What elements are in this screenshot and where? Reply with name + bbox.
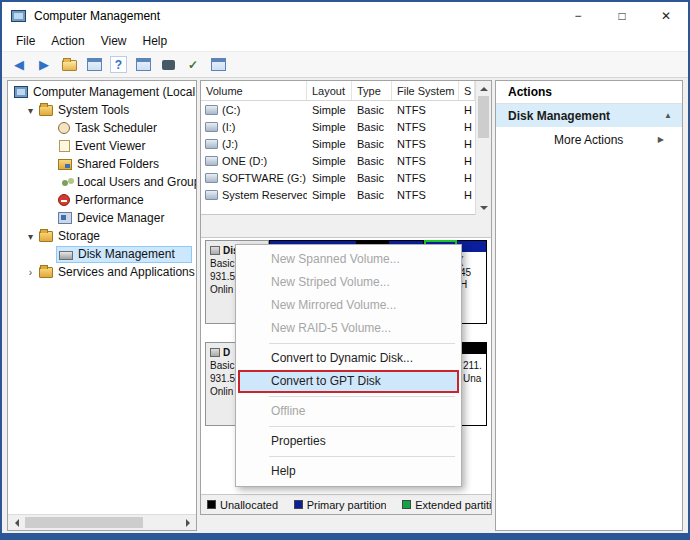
volume-fs: NTFS	[392, 169, 459, 186]
expander-icon[interactable]: ▾	[24, 105, 37, 116]
scroll-down-icon[interactable]	[476, 201, 491, 215]
tree-item-device-manager[interactable]: Device Manager	[8, 209, 196, 227]
volume-name: System Reserved	[222, 189, 307, 201]
volume-fs: NTFS	[392, 186, 459, 203]
scroll-left-icon[interactable]	[8, 515, 24, 530]
back-icon[interactable]: ◀	[10, 56, 28, 74]
properties-window-icon[interactable]	[134, 56, 152, 74]
volume-row[interactable]: (C:) Simple Basic NTFS H	[201, 101, 475, 118]
menu-item-convert-to-gpt-disk[interactable]: Convert to GPT Disk	[238, 370, 459, 393]
computer-management-window: Computer Management − □ ✕ File Action Vi…	[0, 0, 690, 540]
computer-icon	[14, 86, 28, 98]
close-button[interactable]: ✕	[644, 2, 688, 30]
legend-label: Extended partiti	[415, 499, 491, 511]
volume-status: H	[459, 101, 475, 118]
help-icon[interactable]: ?	[110, 56, 127, 73]
console-tree: Computer Management (Local ▾ System Tool…	[8, 83, 196, 514]
volume-layout: Simple	[307, 152, 352, 169]
tree-item-label: Device Manager	[77, 211, 164, 225]
menu-item-convert-to-dynamic-disk[interactable]: Convert to Dynamic Disk...	[236, 347, 461, 370]
tree-item-storage[interactable]: ▾ Storage	[8, 227, 196, 245]
folder-icon	[39, 267, 53, 278]
volume-row[interactable]: (I:) Simple Basic NTFS H	[201, 118, 475, 135]
tree-item-shared-folders[interactable]: Shared Folders	[8, 155, 196, 173]
tree-item-services-and-applications[interactable]: › Services and Applications	[8, 263, 196, 281]
volume-icon	[205, 156, 218, 166]
tree-item-label: Task Scheduler	[75, 121, 157, 135]
horizontal-scrollbar[interactable]	[8, 514, 196, 530]
tree-item-label: Event Viewer	[75, 139, 145, 153]
column-status[interactable]: S	[459, 81, 475, 100]
maximize-button[interactable]: □	[600, 2, 644, 30]
collapse-icon[interactable]: ▲	[664, 111, 672, 120]
partition-legend: Unallocated Primary partition Extended p…	[201, 494, 491, 514]
scrollbar-thumb[interactable]	[478, 96, 489, 138]
export-folder-icon[interactable]	[60, 56, 78, 74]
console-window-icon[interactable]	[85, 56, 103, 74]
volume-name: (J:)	[222, 138, 238, 150]
scroll-up-icon[interactable]	[476, 81, 491, 95]
vertical-scrollbar[interactable]	[475, 81, 491, 215]
volume-type: Basic	[352, 118, 392, 135]
scrollbar-thumb[interactable]	[25, 517, 143, 528]
action-pane-icon[interactable]	[159, 56, 177, 74]
volume-name: ONE (D:)	[222, 155, 267, 167]
menu-separator	[269, 343, 455, 344]
legend-label: Primary partition	[307, 499, 386, 511]
menu-file[interactable]: File	[8, 32, 43, 50]
menu-view[interactable]: View	[93, 32, 135, 50]
volume-type: Basic	[352, 101, 392, 118]
menu-separator	[269, 396, 455, 397]
column-type[interactable]: Type	[352, 81, 392, 100]
performance-icon	[58, 194, 70, 206]
actions-section-disk-management[interactable]: Disk Management ▲	[496, 104, 682, 127]
menu-separator	[269, 426, 455, 427]
expander-icon[interactable]: ›	[24, 267, 37, 278]
partition-text: (	[460, 255, 486, 267]
menu-help[interactable]: Help	[135, 32, 176, 50]
partition-text: 45	[460, 267, 486, 279]
menu-item-properties[interactable]: Properties	[236, 430, 461, 453]
disk-icon	[210, 246, 220, 255]
forward-icon[interactable]: ▶	[35, 56, 53, 74]
volume-fs: NTFS	[392, 101, 459, 118]
column-layout[interactable]: Layout	[307, 81, 352, 100]
menu-item-help[interactable]: Help	[236, 460, 461, 483]
scroll-right-icon[interactable]	[180, 515, 196, 530]
menu-action[interactable]: Action	[43, 32, 92, 50]
column-volume[interactable]: Volume	[201, 81, 307, 100]
partition-text: Una	[463, 372, 482, 385]
volume-status: H	[459, 118, 475, 135]
commit-check-icon[interactable]: ✓	[184, 56, 202, 74]
volume-name: (C:)	[222, 104, 240, 116]
volume-row[interactable]: SOFTWARE (G:) Simple Basic NTFS H	[201, 169, 475, 186]
volume-status: H	[459, 169, 475, 186]
primary-swatch-icon	[294, 500, 303, 509]
tree-item-system-tools[interactable]: ▾ System Tools	[8, 101, 196, 119]
volume-row[interactable]: System Reserved Simple Basic NTFS H	[201, 186, 475, 203]
volume-icon	[205, 139, 218, 149]
tree-item-disk-management[interactable]: Disk Management	[8, 245, 196, 263]
device-manager-icon	[58, 212, 72, 224]
selected-tree-item[interactable]: Disk Management	[56, 246, 192, 263]
more-actions-item[interactable]: More Actions ▶	[496, 127, 682, 152]
disk-name: D	[223, 346, 230, 359]
menu-item-new-raid5-volume: New RAID-5 Volume...	[236, 317, 461, 340]
users-icon	[62, 180, 68, 186]
new-window-icon[interactable]	[209, 56, 227, 74]
expander-icon[interactable]: ▾	[24, 231, 37, 242]
column-file-system[interactable]: File System	[392, 81, 459, 100]
volume-row[interactable]: (J:) Simple Basic NTFS H	[201, 135, 475, 152]
submenu-arrow-icon[interactable]: ▶	[658, 135, 664, 144]
tree-item-label: Disk Management	[78, 247, 175, 261]
tree-item-computer-management[interactable]: Computer Management (Local	[8, 83, 196, 101]
volume-row[interactable]: ONE (D:) Simple Basic NTFS H	[201, 152, 475, 169]
volume-type: Basic	[352, 169, 392, 186]
tree-item-performance[interactable]: Performance	[8, 191, 196, 209]
tree-item-label: System Tools	[58, 103, 129, 117]
tree-item-local-users-and-groups[interactable]: Local Users and Groups	[8, 173, 196, 191]
tree-item-task-scheduler[interactable]: Task Scheduler	[8, 119, 196, 137]
tree-item-event-viewer[interactable]: Event Viewer	[8, 137, 196, 155]
more-actions-label: More Actions	[554, 133, 623, 147]
minimize-button[interactable]: −	[556, 2, 600, 30]
